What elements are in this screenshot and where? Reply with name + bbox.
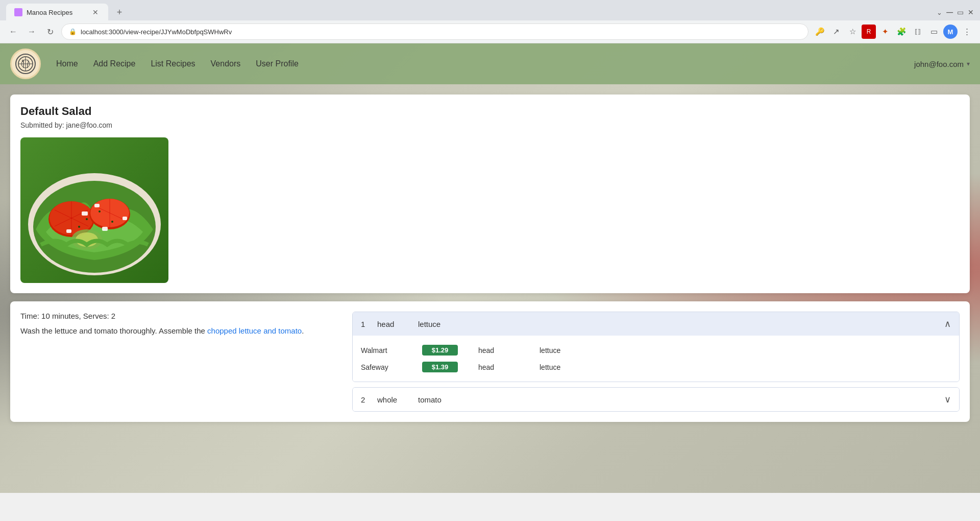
nav-user-menu[interactable]: john@foo.com ▾ [914, 60, 970, 68]
svg-point-20 [86, 218, 88, 220]
ingredient-2-number: 2 [361, 395, 371, 404]
ingredient-row-1: 1 head lettuce ∧ Walmart $1.29 head lett… [352, 312, 960, 382]
ingredient-2-name: tomato [418, 395, 944, 404]
browser-toolbar: ← → ↻ 🔒 localhost:3000/view-recipe/JJYwM… [0, 20, 980, 43]
ingredients-col: 1 head lettuce ∧ Walmart $1.29 head lett… [352, 312, 960, 412]
nav-links: Home Add Recipe List Recipes Vendors Use… [56, 59, 299, 68]
ingredient-header-1[interactable]: 1 head lettuce ∧ [353, 312, 959, 336]
close-window-button[interactable]: ✕ [968, 8, 974, 16]
browser-titlebar: Manoa Recipes ✕ + ⌄ ─ ▭ ✕ [0, 0, 980, 20]
ingredient-row-2: 2 whole tomato ∨ [352, 387, 960, 412]
extension-icon-3[interactable]: ⟦⟧ [911, 25, 925, 39]
forward-button[interactable]: → [24, 25, 39, 39]
key-icon[interactable]: 🔑 [813, 25, 827, 39]
nav-logo[interactable] [10, 49, 41, 79]
recipe-submitter: Submitted by: jane@foo.com [20, 121, 960, 129]
nav-add-recipe[interactable]: Add Recipe [93, 59, 136, 68]
svg-rect-18 [66, 229, 71, 233]
refresh-button[interactable]: ↻ [43, 25, 57, 39]
menu-button[interactable]: ⋮ [960, 25, 974, 39]
sidebar-button[interactable]: ▭ [927, 25, 941, 39]
extensions-button[interactable]: 🧩 [894, 25, 909, 39]
nav-home[interactable]: Home [56, 59, 78, 68]
browser-tab[interactable]: Manoa Recipes ✕ [6, 4, 108, 21]
ingredient-1-number: 1 [361, 320, 371, 328]
app-wrapper: Home Add Recipe List Recipes Vendors Use… [0, 43, 980, 493]
vendor-2-price: $1.39 [422, 362, 458, 372]
ingredient-1-toggle[interactable]: ∧ [944, 318, 951, 329]
recipe-card: Default Salad Submitted by: jane@foo.com [10, 94, 970, 293]
tab-close-button[interactable]: ✕ [91, 8, 100, 17]
svg-rect-16 [94, 204, 100, 207]
vendor-1-item: lettuce [540, 346, 580, 354]
svg-rect-19 [122, 217, 127, 220]
minimize-button[interactable]: ─ [946, 8, 953, 17]
bookmark-icon[interactable]: ☆ [845, 25, 860, 39]
share-icon[interactable]: ↗ [829, 25, 843, 39]
vendor-2-item: lettuce [540, 363, 580, 371]
secure-icon: 🔒 [69, 28, 77, 35]
svg-point-23 [78, 226, 80, 228]
toolbar-actions: 🔑 ↗ ☆ R ✦ 🧩 ⟦⟧ ▭ M ⋮ [813, 25, 974, 39]
page-content: Default Salad Submitted by: jane@foo.com [0, 84, 980, 493]
instructions-link[interactable]: chopped lettuce and tomato [207, 326, 302, 335]
nav-list-recipes[interactable]: List Recipes [151, 59, 195, 68]
ingredient-1-name: lettuce [418, 320, 944, 328]
ingredient-1-vendors: Walmart $1.29 head lettuce Safeway $1.39… [353, 336, 959, 382]
vendor-1-name: Walmart [361, 346, 422, 354]
browser-chrome: Manoa Recipes ✕ + ⌄ ─ ▭ ✕ ← → ↻ 🔒 localh… [0, 0, 980, 43]
nav-dropdown-arrow: ▾ [967, 60, 970, 67]
svg-rect-15 [82, 211, 88, 216]
extension-icon-1[interactable]: R [862, 25, 876, 39]
vendor-row-walmart: Walmart $1.29 head lettuce [361, 342, 951, 359]
vendor-1-unit: head [478, 346, 519, 354]
profile-avatar[interactable]: M [943, 25, 958, 39]
extension-icon-2[interactable]: ✦ [878, 25, 892, 39]
tab-title: Manoa Recipes [27, 9, 87, 16]
recipe-text-col: Time: 10 minutes, Serves: 2 Wash the let… [20, 312, 337, 412]
tab-favicon [14, 8, 22, 16]
app-nav: Home Add Recipe List Recipes Vendors Use… [0, 43, 980, 84]
nav-user-email: john@foo.com [914, 60, 964, 68]
nav-vendors[interactable]: Vendors [211, 59, 241, 68]
ingredient-header-2[interactable]: 2 whole tomato ∨ [353, 388, 959, 411]
recipe-details-section: Time: 10 minutes, Serves: 2 Wash the let… [10, 301, 970, 422]
ingredient-1-unit: head [377, 320, 418, 328]
svg-point-21 [99, 210, 101, 212]
ingredient-2-unit: whole [377, 395, 418, 404]
instructions-text-1: Wash the lettuce and tomato thoroughly. … [20, 326, 207, 335]
vendor-1-price: $1.29 [422, 345, 458, 356]
address-bar[interactable]: 🔒 localhost:3000/view-recipe/JJYwMoDbfpq… [61, 23, 808, 40]
vendor-2-name: Safeway [361, 363, 422, 371]
svg-point-22 [111, 221, 113, 223]
svg-rect-17 [102, 227, 108, 231]
vendor-2-unit: head [478, 363, 519, 371]
recipe-time: Time: 10 minutes, Serves: 2 [20, 312, 337, 320]
recipe-instructions: Wash the lettuce and tomato thoroughly. … [20, 325, 337, 337]
nav-user-profile[interactable]: User Profile [256, 59, 299, 68]
vendor-row-safeway: Safeway $1.39 head lettuce [361, 359, 951, 375]
logo-icon [15, 54, 36, 74]
ingredient-2-toggle[interactable]: ∨ [944, 394, 951, 405]
maximize-button[interactable]: ▭ [957, 8, 964, 16]
new-tab-button[interactable]: + [112, 5, 127, 19]
tab-list-button[interactable]: ⌄ [937, 9, 942, 16]
url-text: localhost:3000/view-recipe/JJYwMoDbfpqSW… [81, 28, 801, 36]
instructions-text-2: . [302, 326, 304, 335]
recipe-title: Default Salad [20, 105, 960, 118]
recipe-image [20, 137, 168, 283]
back-button[interactable]: ← [6, 25, 20, 39]
